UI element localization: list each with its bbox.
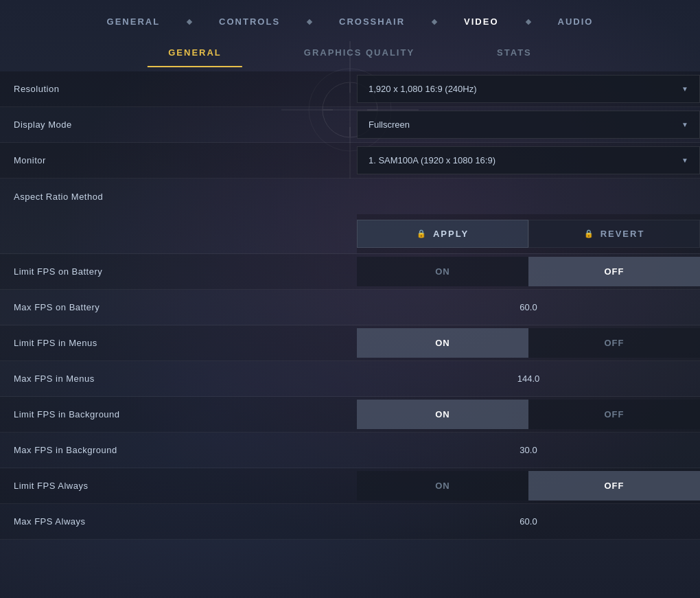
toggle-group-limit-fps-menus: OnOff (357, 328, 700, 358)
toggle-btn-off-limit-fps-menus[interactable]: Off (528, 328, 700, 358)
toggle-group-limit-fps-always: OnOff (357, 471, 700, 501)
chevron-down-icon: ▼ (681, 121, 688, 128)
top-nav: GENERAL CONTROLS CROSSHAIR VIDEO AUDIO (0, 0, 700, 34)
toggle-group-limit-fps-background: OnOff (357, 400, 700, 429)
setting-row-limit-fps-menus: Limit FPS in MenusOnOff (0, 325, 700, 361)
toggle-btn-off-limit-fps-battery[interactable]: Off (528, 257, 700, 286)
label-aspect-ratio: Aspect Ratio Method (0, 192, 357, 202)
chevron-down-icon: ▼ (681, 85, 688, 93)
setting-row-limit-fps-battery: Limit FPS on BatteryOnOff (0, 254, 700, 290)
label-display-mode: Display Mode (0, 119, 357, 130)
lock-icon-revert: 🔒 (584, 229, 595, 238)
nav-item-video[interactable]: VIDEO (436, 10, 526, 34)
nav-item-general[interactable]: GENERAL (80, 10, 188, 34)
toggle-group-limit-fps-battery: OnOff (357, 257, 700, 286)
nav-item-audio[interactable]: AUDIO (530, 10, 621, 34)
dropdown-display-mode[interactable]: Fullscreen▼ (357, 111, 700, 139)
subnav-item-stats[interactable]: STATS (456, 39, 573, 66)
dropdown-resolution[interactable]: 1,920 x 1,080 16:9 (240Hz)▼ (357, 75, 700, 103)
label-max-fps-always: Max FPS Always (0, 516, 357, 527)
setting-row-max-fps-menus: Max FPS in Menus144.0 (0, 361, 700, 397)
value-max-fps-battery: 60.0 (357, 292, 700, 322)
revert-button[interactable]: 🔒REVERT (528, 220, 700, 248)
toggle-btn-on-limit-fps-menus[interactable]: On (357, 328, 528, 358)
value-max-fps-always: 60.0 (357, 507, 700, 536)
setting-row-resolution: Resolution1,920 x 1,080 16:9 (240Hz)▼ (0, 71, 700, 107)
subnav-item-general[interactable]: GENERAL (127, 39, 263, 66)
label-max-fps-battery: Max FPS on Battery (0, 302, 357, 312)
label-max-fps-menus: Max FPS in Menus (0, 373, 357, 384)
toggle-btn-off-limit-fps-always[interactable]: Off (528, 471, 700, 501)
toggle-btn-on-limit-fps-always[interactable]: On (357, 471, 528, 501)
apply-button[interactable]: 🔒APPLY (357, 220, 528, 248)
subnav-item-graphics-quality[interactable]: GRAPHICS QUALITY (263, 39, 456, 66)
setting-row-display-mode: Display ModeFullscreen▼ (0, 107, 700, 143)
action-row: 🔒APPLY🔒REVERT (357, 214, 700, 253)
dropdown-monitor[interactable]: 1. SAM100A (1920 x 1080 16:9)▼ (357, 146, 700, 174)
setting-row-max-fps-background: Max FPS in Background30.0 (0, 433, 700, 468)
setting-row-aspect-ratio: Aspect Ratio MethodLetterboxFill🔒APPLY🔒R… (0, 179, 700, 254)
label-monitor: Monitor (0, 155, 357, 165)
setting-row-limit-fps-always: Limit FPS AlwaysOnOff (0, 468, 700, 504)
setting-row-max-fps-battery: Max FPS on Battery60.0 (0, 290, 700, 325)
lock-icon-apply: 🔒 (417, 229, 428, 238)
setting-row-monitor: Monitor1. SAM100A (1920 x 1080 16:9)▼ (0, 143, 700, 179)
value-max-fps-background: 30.0 (357, 435, 700, 465)
label-limit-fps-battery: Limit FPS on Battery (0, 266, 357, 277)
label-resolution: Resolution (0, 84, 357, 94)
toggle-btn-on-limit-fps-battery[interactable]: On (357, 257, 528, 286)
setting-row-max-fps-always: Max FPS Always60.0 (0, 504, 700, 540)
nav-item-crosshair[interactable]: CROSSHAIR (312, 10, 432, 34)
label-limit-fps-always: Limit FPS Always (0, 481, 357, 491)
settings-container: Resolution1,920 x 1,080 16:9 (240Hz)▼Dis… (0, 71, 700, 540)
label-limit-fps-menus: Limit FPS in Menus (0, 338, 357, 348)
toggle-btn-on-limit-fps-background[interactable]: On (357, 400, 528, 429)
toggle-btn-off-limit-fps-background[interactable]: Off (528, 400, 700, 429)
label-limit-fps-background: Limit FPS in Background (0, 409, 357, 419)
sub-nav: GENERAL GRAPHICS QUALITY STATS (0, 34, 700, 66)
label-max-fps-background: Max FPS in Background (0, 445, 357, 455)
setting-row-limit-fps-background: Limit FPS in BackgroundOnOff (0, 397, 700, 433)
nav-item-controls[interactable]: CONTROLS (191, 10, 307, 34)
value-max-fps-menus: 144.0 (357, 364, 700, 393)
chevron-down-icon: ▼ (681, 157, 688, 164)
